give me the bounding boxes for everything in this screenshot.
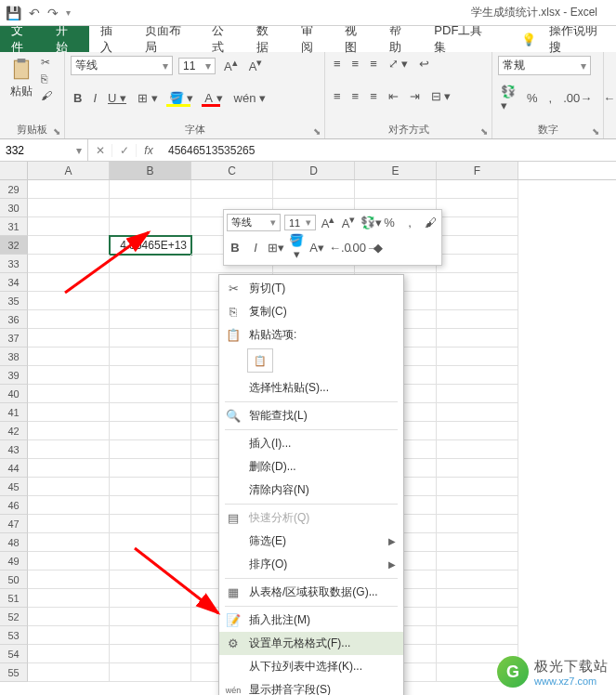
orientation-icon[interactable]: ⤢ ▾ xyxy=(386,56,412,72)
cell[interactable] xyxy=(437,255,518,273)
cell[interactable] xyxy=(437,292,518,310)
cell[interactable] xyxy=(437,478,518,496)
paste-option-values[interactable]: 📋 xyxy=(247,348,273,373)
cell[interactable] xyxy=(28,478,110,496)
row-header[interactable]: 55 xyxy=(0,663,28,682)
mini-bold-icon[interactable]: B xyxy=(227,241,243,255)
cell[interactable] xyxy=(110,552,191,570)
col-header[interactable]: E xyxy=(355,162,437,179)
cell[interactable] xyxy=(28,236,110,255)
ctx-delete[interactable]: 删除(D)... xyxy=(219,455,403,479)
cell[interactable] xyxy=(437,440,518,459)
cell[interactable] xyxy=(110,329,191,348)
mini-increase-decimal-icon[interactable]: .00→ xyxy=(349,241,366,255)
row-header[interactable]: 34 xyxy=(0,273,28,292)
tab-review[interactable]: 审阅 xyxy=(290,26,334,52)
align-right-icon[interactable]: ≡ xyxy=(367,88,380,104)
cut-icon[interactable]: ✂ xyxy=(41,56,52,69)
ctx-sort[interactable]: 排序(O)▶ xyxy=(219,553,403,576)
mini-italic-icon[interactable]: I xyxy=(247,241,264,255)
cell[interactable] xyxy=(437,217,518,236)
paste-button[interactable]: 粘贴 xyxy=(6,56,37,102)
tab-tellme[interactable]: 操作说明搜 xyxy=(547,26,616,52)
cell[interactable] xyxy=(437,273,518,292)
italic-button[interactable]: I xyxy=(90,90,99,106)
cell[interactable] xyxy=(110,180,191,199)
col-header[interactable]: C xyxy=(191,162,273,179)
ctx-paste-special[interactable]: 选择性粘贴(S)... xyxy=(219,376,403,400)
tab-help[interactable]: 帮助 xyxy=(378,26,423,52)
row-header[interactable]: 44 xyxy=(0,459,28,478)
cell[interactable] xyxy=(110,199,191,217)
cell[interactable] xyxy=(28,329,110,348)
cell[interactable] xyxy=(28,385,110,403)
col-header[interactable]: F xyxy=(437,162,518,179)
ctx-pick-from-list[interactable]: 从下拉列表中选择(K)... xyxy=(219,655,403,678)
cell[interactable] xyxy=(28,199,110,217)
align-launcher-icon[interactable]: ⬊ xyxy=(480,126,488,137)
fill-color-button[interactable]: 🪣 ▾ xyxy=(166,90,197,106)
cell[interactable] xyxy=(437,515,518,533)
row-header[interactable]: 45 xyxy=(0,478,28,496)
cell[interactable] xyxy=(437,329,518,348)
tab-pdf[interactable]: PDF工具集 xyxy=(423,26,501,52)
cell[interactable] xyxy=(110,217,191,236)
cell[interactable] xyxy=(437,608,518,626)
mini-percent-icon[interactable]: % xyxy=(381,216,398,229)
cell[interactable] xyxy=(28,348,110,366)
tab-insert[interactable]: 插入 xyxy=(89,26,134,52)
enter-formula-icon[interactable]: ✓ xyxy=(112,144,137,157)
decrease-font-icon[interactable]: A▾ xyxy=(246,56,266,74)
mini-comma-icon[interactable]: , xyxy=(401,216,418,229)
cell[interactable] xyxy=(28,310,110,329)
increase-font-icon[interactable]: A▴ xyxy=(221,56,241,74)
row-header[interactable]: 36 xyxy=(0,310,28,329)
cell[interactable] xyxy=(110,626,191,645)
cell[interactable] xyxy=(28,570,110,589)
tab-data[interactable]: 数据 xyxy=(245,26,290,52)
font-size-combo[interactable]: 11▾ xyxy=(178,58,216,74)
cancel-formula-icon[interactable]: ✕ xyxy=(88,144,112,157)
row-header[interactable]: 39 xyxy=(0,366,28,385)
mini-font-combo[interactable]: 等线▾ xyxy=(227,214,281,231)
cell[interactable] xyxy=(110,385,191,403)
row-header[interactable]: 35 xyxy=(0,292,28,310)
mini-increase-font-icon[interactable]: A▴ xyxy=(320,214,336,230)
cell[interactable] xyxy=(355,180,437,199)
cell[interactable] xyxy=(28,273,110,292)
tab-formulas[interactable]: 公式 xyxy=(201,26,245,52)
cell[interactable] xyxy=(437,589,518,608)
row-header[interactable]: 43 xyxy=(0,440,28,459)
accounting-format-icon[interactable]: 💱 ▾ xyxy=(498,84,518,113)
clipboard-launcher-icon[interactable]: ⬊ xyxy=(53,126,60,137)
row-header[interactable]: 31 xyxy=(0,217,28,236)
cell[interactable] xyxy=(110,645,191,663)
qat-more-icon[interactable]: ▾ xyxy=(66,7,71,18)
underline-button[interactable]: U ▾ xyxy=(105,90,129,106)
cell[interactable] xyxy=(110,348,191,366)
align-center-icon[interactable]: ≡ xyxy=(349,88,362,104)
cell[interactable] xyxy=(110,533,191,552)
cell[interactable]: 4.56465E+13 xyxy=(110,236,191,255)
ctx-cut[interactable]: ✂剪切(T) xyxy=(219,277,403,300)
tab-view[interactable]: 视图 xyxy=(334,26,378,52)
format-painter-icon[interactable]: 🖌 xyxy=(41,89,52,102)
merge-cells-icon[interactable]: ⊟ ▾ xyxy=(428,88,454,104)
col-header[interactable]: A xyxy=(28,162,110,179)
cell[interactable] xyxy=(437,403,518,422)
cell[interactable] xyxy=(28,533,110,552)
cell[interactable] xyxy=(437,496,518,515)
select-all-corner[interactable] xyxy=(0,162,28,179)
cell[interactable] xyxy=(437,459,518,478)
row-header[interactable]: 51 xyxy=(0,589,28,608)
row-header[interactable]: 47 xyxy=(0,515,28,533)
cell[interactable] xyxy=(437,533,518,552)
cell[interactable] xyxy=(28,626,110,645)
ctx-filter[interactable]: 筛选(E)▶ xyxy=(219,530,403,553)
ctx-phonetic[interactable]: wén显示拼音字段(S) xyxy=(219,678,403,695)
cell[interactable] xyxy=(110,459,191,478)
formula-input[interactable]: 45646513535265 xyxy=(161,139,616,161)
bold-button[interactable]: B xyxy=(71,90,85,106)
increase-decimal-icon[interactable]: .00→ xyxy=(560,90,595,106)
row-header[interactable]: 52 xyxy=(0,608,28,626)
